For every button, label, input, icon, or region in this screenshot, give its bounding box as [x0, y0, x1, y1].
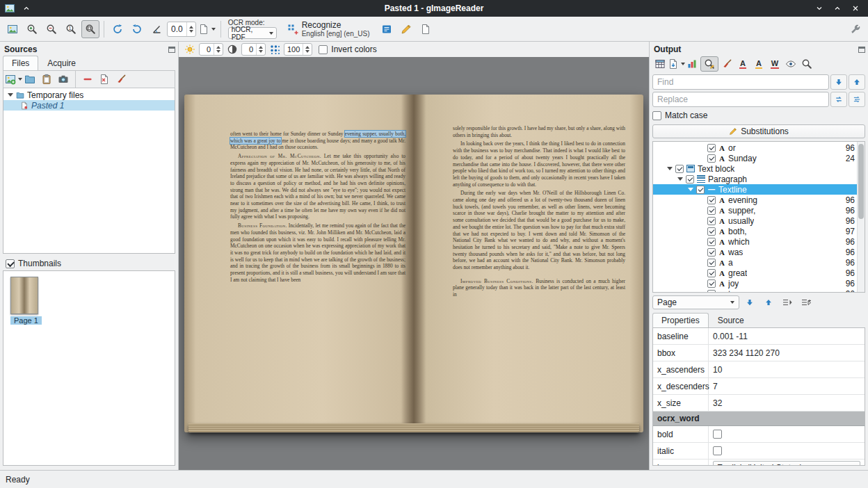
a-conf-button[interactable]: A: [751, 56, 766, 72]
match-case-checkbox[interactable]: [652, 111, 661, 120]
property-row[interactable]: x_ascenders10: [653, 361, 865, 378]
contrast-spinner[interactable]: 0: [241, 43, 266, 56]
word-checkbox[interactable]: [707, 217, 716, 225]
word-row[interactable]: usually96: [653, 215, 865, 226]
language-combo[interactable]: English (United States): [713, 461, 860, 466]
spinner-arrows[interactable]: [303, 44, 312, 55]
chart-button[interactable]: [684, 56, 700, 72]
expander-icon[interactable]: [667, 167, 673, 170]
property-row[interactable]: x_descenders7: [653, 378, 865, 395]
image-canvas[interactable]: often went to their home for Sunday dinn…: [179, 57, 649, 470]
settings-button[interactable]: [846, 20, 865, 38]
word-row[interactable]: to96: [653, 288, 865, 293]
a-tool-button[interactable]: A: [735, 56, 750, 72]
rotation-spinner[interactable]: 0.0: [167, 22, 196, 37]
property-row-lang[interactable]: langEnglish (United States): [653, 459, 865, 466]
replace-all-button[interactable]: [849, 92, 865, 107]
minimize-button[interactable]: [814, 3, 825, 14]
property-row-italic[interactable]: italic: [653, 443, 865, 459]
new-document-button[interactable]: [417, 20, 435, 38]
block-checkbox[interactable]: [675, 165, 684, 173]
word-checkbox[interactable]: [707, 290, 716, 293]
find-next-button[interactable]: [830, 74, 847, 90]
spellcheck-button[interactable]: [397, 20, 415, 38]
word-row[interactable]: both,97: [653, 226, 865, 236]
scrollbar-thumb[interactable]: [858, 144, 864, 219]
find-prev-button[interactable]: [849, 74, 865, 90]
rotate-left-button[interactable]: [108, 20, 127, 38]
spinner-arrows[interactable]: [186, 22, 195, 36]
brightness-spinner[interactable]: 0: [199, 43, 223, 56]
zoom-best-fit-button[interactable]: [81, 20, 99, 38]
word-row[interactable]: a96: [653, 257, 865, 268]
word-row[interactable]: evening96: [653, 195, 865, 205]
collapse-all-button[interactable]: [798, 295, 814, 309]
page-combo[interactable]: Page: [652, 295, 739, 309]
recognize-button[interactable]: Recognize English [eng] (en_US): [281, 19, 376, 40]
word-row[interactable]: or96: [653, 143, 865, 153]
screenshot-button[interactable]: [56, 72, 71, 87]
word-row[interactable]: which96: [653, 236, 865, 247]
word-checkbox[interactable]: [707, 144, 716, 152]
tab-files[interactable]: Files: [3, 56, 38, 70]
close-button[interactable]: [850, 3, 861, 14]
open-folder-button[interactable]: [22, 72, 38, 87]
word-checkbox[interactable]: [707, 227, 716, 236]
tree-item-pasted-1[interactable]: Pasted 1: [3, 100, 175, 111]
thumbnail-caption[interactable]: Page 1: [10, 316, 42, 325]
paragraph-checkbox[interactable]: [686, 175, 694, 184]
italic-checkbox[interactable]: [713, 446, 722, 455]
float-panel-icon[interactable]: [858, 47, 865, 53]
word-row[interactable]: was96: [653, 247, 865, 257]
property-row[interactable]: baseline0.001 -11: [653, 328, 865, 345]
spinner-arrows[interactable]: [214, 44, 223, 55]
bold-checkbox[interactable]: [713, 430, 722, 439]
remove-source-button[interactable]: [80, 72, 95, 87]
resolution-spinner[interactable]: 100: [284, 43, 312, 56]
word-checkbox[interactable]: [707, 248, 716, 257]
rotate-right-button[interactable]: [128, 20, 146, 38]
word-checkbox[interactable]: [707, 238, 716, 246]
expand-all-button[interactable]: [779, 295, 796, 309]
replace-button[interactable]: [830, 92, 847, 107]
word-row[interactable]: Sunday24: [653, 153, 865, 163]
zoom-out-button[interactable]: [42, 20, 61, 38]
strip-button[interactable]: [719, 56, 734, 72]
nav-down-button[interactable]: [741, 295, 758, 309]
zoom-original-button[interactable]: 1: [62, 20, 80, 38]
thumbnails-checkbox[interactable]: [6, 259, 15, 268]
output-pane-button[interactable]: [378, 20, 396, 38]
select-region-button[interactable]: [799, 56, 814, 72]
maximize-button[interactable]: [832, 3, 843, 14]
find-replace-button[interactable]: [700, 56, 718, 72]
delete-source-button[interactable]: [97, 72, 112, 87]
invert-colors-checkbox[interactable]: [319, 45, 328, 54]
w-conf-button[interactable]: W: [767, 56, 782, 72]
find-input[interactable]: [652, 74, 829, 90]
page-rotate-mode-button[interactable]: [198, 20, 216, 38]
nav-up-button[interactable]: [760, 295, 777, 309]
export-button[interactable]: [668, 56, 684, 72]
textline-row-selected[interactable]: Textline: [653, 184, 865, 195]
tab-acquire[interactable]: Acquire: [38, 56, 85, 70]
float-panel-icon[interactable]: [168, 47, 175, 53]
textblock-row[interactable]: Text block: [653, 163, 865, 174]
property-row-bold[interactable]: bold: [653, 426, 865, 443]
clear-sources-button[interactable]: [113, 72, 129, 87]
replace-input[interactable]: [652, 92, 829, 107]
word-row[interactable]: great96: [653, 268, 865, 278]
word-checkbox[interactable]: [707, 206, 716, 215]
property-row[interactable]: x_size32: [653, 395, 865, 412]
word-checkbox[interactable]: [707, 279, 716, 288]
word-row[interactable]: joy96: [653, 278, 865, 288]
expander-icon[interactable]: [688, 188, 693, 191]
zoom-in-button[interactable]: [23, 20, 41, 38]
save-output-button[interactable]: [652, 56, 668, 72]
spinner-arrows[interactable]: [256, 44, 265, 55]
property-row[interactable]: bbox323 234 1120 270: [653, 345, 865, 361]
paste-button[interactable]: [39, 72, 54, 87]
tree-scrollbar[interactable]: [857, 142, 865, 292]
ocr-mode-combo[interactable]: hOCR, PDF: [228, 27, 277, 39]
word-row[interactable]: supper,96: [653, 205, 865, 215]
word-checkbox[interactable]: [707, 269, 716, 277]
